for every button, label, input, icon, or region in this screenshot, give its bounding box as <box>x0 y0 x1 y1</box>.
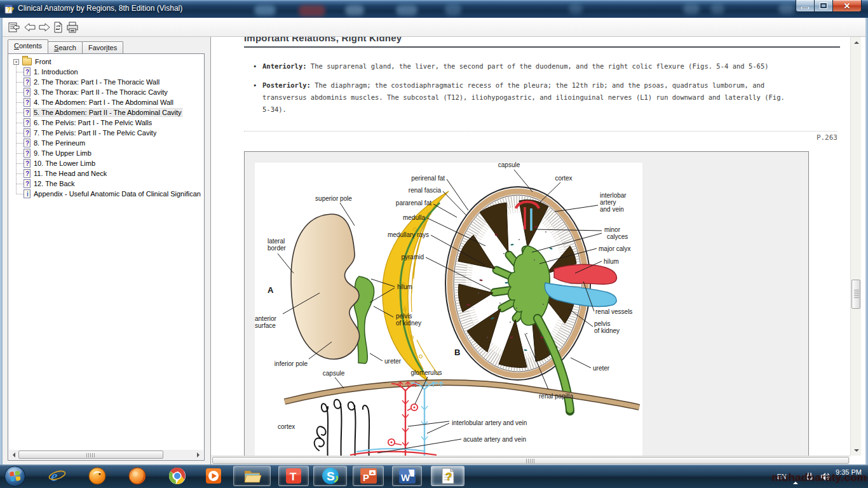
folder-icon <box>22 58 32 65</box>
panel-a-label: A <box>268 285 274 295</box>
word-icon: W <box>398 466 417 485</box>
titlebar-glass-blob <box>345 5 364 15</box>
tree-item[interactable]: 3. The Thorax: Part II - The Thoracic Ca… <box>8 87 204 97</box>
start-button[interactable] <box>4 465 26 487</box>
svg-text:S: S <box>327 470 335 483</box>
svg-text:renal papilla: renal papilla <box>539 393 573 400</box>
page-number: P.263 <box>244 133 837 142</box>
print-button[interactable] <box>65 20 80 35</box>
titlebar-glass-blob <box>396 5 417 15</box>
taskbar-item-powerpoint[interactable]: P <box>353 466 384 486</box>
content-horizontal-scrollbar[interactable] <box>211 456 850 464</box>
tree-item[interactable]: 7. The Pelvis: Part II - The Pelvic Cavi… <box>8 128 204 138</box>
close-button[interactable]: ✕ <box>833 0 862 12</box>
help-page-icon <box>24 78 31 86</box>
taskbar-item-windows-explorer[interactable] <box>233 466 271 486</box>
tree-item[interactable]: 2. The Thorax: Part I - The Thoracic Wal… <box>8 77 204 87</box>
tree-item[interactable]: 5. The Abdomen: Part II - The Abdominal … <box>8 107 204 118</box>
tree-item[interactable]: 1. Introduction <box>8 67 204 77</box>
refresh-icon <box>52 21 65 34</box>
internet-explorer-icon: e <box>48 466 67 485</box>
hide-panel-icon <box>8 21 20 34</box>
chrome-icon <box>168 466 187 485</box>
svg-text:inferior pole: inferior pole <box>275 360 308 367</box>
svg-text:renal vessels: renal vessels <box>595 308 632 315</box>
svg-text:cortex: cortex <box>555 175 572 182</box>
back-icon <box>24 21 36 34</box>
tree-item[interactable]: 8. The Perineum <box>8 138 204 148</box>
window-title: Clinical Anatomy by Regions, 8th Edition… <box>18 4 182 13</box>
back-button[interactable] <box>22 20 37 35</box>
minimize-button[interactable] <box>796 0 815 12</box>
svg-text:lateral: lateral <box>268 238 285 245</box>
refresh-button[interactable] <box>51 20 66 35</box>
svg-text:artery: artery <box>600 199 616 206</box>
taskbar-item-chrome[interactable] <box>165 466 190 486</box>
taskbar-item-skype[interactable]: S <box>313 466 347 486</box>
svg-text:renal fascia: renal fascia <box>409 187 442 194</box>
tree-item[interactable]: 9. The Upper Limb <box>8 148 204 158</box>
tree-item[interactable]: 11. The Head and Neck <box>8 168 204 179</box>
hide-panel-button[interactable] <box>6 20 22 35</box>
help-page-icon <box>24 179 31 188</box>
svg-text:surface: surface <box>255 322 276 329</box>
scrollbar-thumb[interactable] <box>18 451 163 459</box>
svg-text:e: e <box>51 468 58 484</box>
tree-item[interactable]: 10. The Lower Limb <box>8 158 204 168</box>
scroll-down-arrow[interactable] <box>851 445 862 456</box>
titlebar-glass-blob <box>778 4 795 14</box>
tab-search[interactable]: Search <box>48 41 83 53</box>
svg-text:perirenal fat: perirenal fat <box>411 175 445 182</box>
svg-text:of kidney: of kidney <box>396 320 421 327</box>
chm-help-taskbar-icon: ? <box>439 467 457 485</box>
tab-contents[interactable]: Contents <box>8 39 48 53</box>
svg-text:pelvis: pelvis <box>594 320 611 327</box>
forward-button[interactable] <box>37 20 52 35</box>
scrollbar-thumb[interactable] <box>851 280 860 309</box>
svg-text:anterior: anterior <box>255 315 277 322</box>
sidebar-horizontal-scrollbar[interactable] <box>9 450 203 459</box>
svg-text:of kidney: of kidney <box>594 327 620 334</box>
tree-item-appendix[interactable]: Appendix - Useful Anatomic Data of Clini… <box>8 189 204 199</box>
titlebar-glass-blob <box>710 4 724 14</box>
print-icon <box>66 21 79 34</box>
page-title: Important Relations, Right Kidney <box>244 37 840 48</box>
taskbar-item-word[interactable]: W <box>392 466 422 486</box>
window-titlebar: ? Clinical Anatomy by Regions, 8th Editi… <box>0 0 868 18</box>
help-page-icon <box>24 88 31 97</box>
kidney-diagram: superior pole lateral border A anterior … <box>245 152 808 464</box>
help-page-icon <box>24 98 31 107</box>
panel-b-label: B <box>454 348 460 357</box>
scroll-left-arrow[interactable] <box>9 450 18 459</box>
tab-favorites[interactable]: Favorites <box>82 41 123 53</box>
content-vertical-scrollbar[interactable] <box>850 37 861 456</box>
svg-text:acuate artery and vein: acuate artery and vein <box>463 436 526 443</box>
scroll-right-arrow[interactable] <box>194 450 203 459</box>
taskbar-item-tango[interactable]: T <box>278 466 309 486</box>
expand-plus-icon[interactable]: + <box>13 59 19 65</box>
svg-text:superior pole: superior pole <box>315 195 352 202</box>
taskbar-item-gom-player[interactable] <box>85 466 110 486</box>
help-page-icon <box>24 118 31 127</box>
taskbar-item-chm-help-active[interactable]: ? <box>431 466 465 486</box>
taskbar-item-firefox[interactable] <box>125 466 150 486</box>
help-toolbar <box>3 18 865 37</box>
titlebar-glass-blob <box>299 5 325 17</box>
maximize-icon <box>820 3 827 8</box>
firefox-icon <box>128 466 147 485</box>
taskbar-item-media-player[interactable] <box>201 466 226 486</box>
svg-text:and vein: and vein <box>600 206 624 213</box>
maximize-button[interactable] <box>815 0 833 12</box>
taskbar-item-internet-explorer[interactable]: e <box>44 466 70 486</box>
svg-text:cortex: cortex <box>278 423 295 430</box>
chm-help-icon: ? <box>4 4 15 14</box>
tree-item-front[interactable]: + Front <box>8 57 204 67</box>
scrollbar-thumb[interactable] <box>212 457 849 464</box>
tree-item[interactable]: 4. The Abdomen: Part I - The Abdominal W… <box>8 97 204 107</box>
svg-text:medulla: medulla <box>403 214 425 221</box>
tree-item[interactable]: 12. The Back <box>8 179 204 189</box>
tree-item[interactable]: 6. The Pelvis: Part I - The Pelvic Walls <box>8 118 204 128</box>
svg-text:W: W <box>401 472 410 483</box>
scroll-up-arrow[interactable] <box>851 37 862 47</box>
list-item-posteriorly: Posteriorly: The diaphragm; the costodia… <box>262 79 791 116</box>
